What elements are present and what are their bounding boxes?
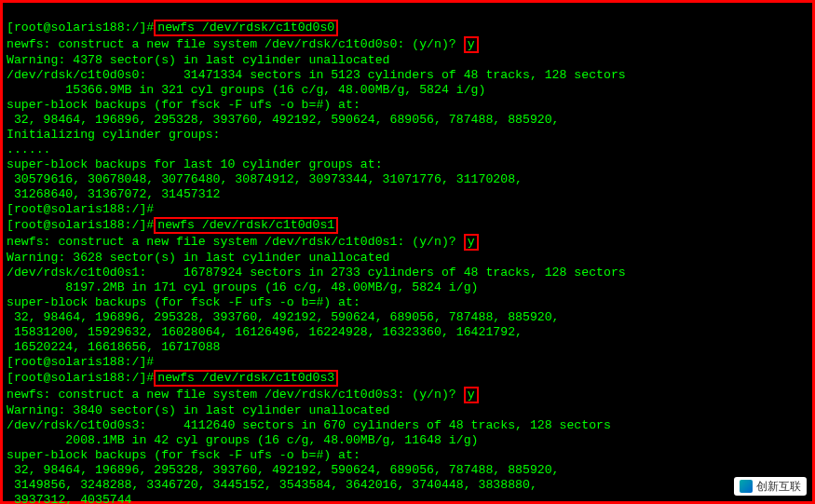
prompt: [root@solaris188:/]# <box>7 355 154 369</box>
command-s1: newfs /dev/rdsk/c1t0d0s1 <box>157 218 334 232</box>
output-line: /dev/rdsk/c1t0d0s0: 31471334 sectors in … <box>7 68 626 82</box>
output-line: Warning: 4378 sector(s) in last cylinder… <box>7 53 390 67</box>
output-line: 16520224, 16618656, 16717088 <box>7 340 221 354</box>
output-line: super-block backups (for fsck -F ufs -o … <box>7 295 360 309</box>
watermark-icon <box>740 480 753 493</box>
answer-text: y <box>468 235 475 249</box>
output-line: Warning: 3628 sector(s) in last cylinder… <box>7 251 390 265</box>
prompt: [root@solaris188:/]# <box>7 371 154 385</box>
confirm-answer-s0: y <box>464 36 479 53</box>
confirm-answer-s1: y <box>464 234 479 251</box>
command-highlight-s1: newfs /dev/rdsk/c1t0d0s1 <box>154 217 338 234</box>
command-s3: newfs /dev/rdsk/c1t0d0s3 <box>157 371 334 385</box>
command-s0: newfs /dev/rdsk/c1t0d0s0 <box>157 20 334 34</box>
answer-text: y <box>468 37 475 51</box>
output-line: 3937312, 4035744 <box>7 493 132 504</box>
output-line: 2008.1MB in 42 cyl groups (16 c/g, 48.00… <box>7 433 478 447</box>
output-line: Warning: 3840 sector(s) in last cylinder… <box>7 403 390 417</box>
prompt: [root@solaris188:/]# <box>7 20 154 34</box>
confirm-q-s0: newfs: construct a new file system /dev/… <box>7 37 464 51</box>
confirm-q-s1: newfs: construct a new file system /dev/… <box>7 235 464 249</box>
output-line: /dev/rdsk/c1t0d0s3: 4112640 sectors in 6… <box>7 418 611 432</box>
output-line: super-block backups for last 10 cylinder… <box>7 157 383 171</box>
output-line: super-block backups (for fsck -F ufs -o … <box>7 448 360 462</box>
terminal-window[interactable]: [root@solaris188:/]#newfs /dev/rdsk/c1t0… <box>0 0 815 504</box>
output-line: 32, 98464, 196896, 295328, 393760, 49219… <box>7 463 560 477</box>
command-highlight-s0: newfs /dev/rdsk/c1t0d0s0 <box>154 20 338 36</box>
command-highlight-s3: newfs /dev/rdsk/c1t0d0s3 <box>154 370 338 387</box>
prompt: [root@solaris188:/]# <box>7 202 154 216</box>
prompt: [root@solaris188:/]# <box>7 218 154 232</box>
confirm-answer-s3: y <box>464 387 479 403</box>
watermark: 创新互联 <box>734 477 807 496</box>
answer-text: y <box>468 388 475 402</box>
watermark-text: 创新互联 <box>756 479 801 494</box>
output-line: ...... <box>7 143 50 157</box>
output-line: 32, 98464, 196896, 295328, 393760, 49219… <box>7 310 560 324</box>
output-line: 15366.9MB in 321 cyl groups (16 c/g, 48.… <box>7 83 485 97</box>
output-line: /dev/rdsk/c1t0d0s1: 16787924 sectors in … <box>7 266 626 279</box>
output-line: 8197.2MB in 171 cyl groups (16 c/g, 48.0… <box>7 280 478 294</box>
output-line: 30579616, 30678048, 30776480, 30874912, … <box>7 172 523 186</box>
output-line: Initializing cylinder groups: <box>7 128 221 142</box>
confirm-q-s3: newfs: construct a new file system /dev/… <box>7 388 464 402</box>
output-line: 31268640, 31367072, 31457312 <box>7 187 221 201</box>
output-line: 15831200, 15929632, 16028064, 16126496, … <box>7 325 523 339</box>
output-line: 3149856, 3248288, 3346720, 3445152, 3543… <box>7 478 537 492</box>
output-line: 32, 98464, 196896, 295328, 393760, 49219… <box>7 113 560 127</box>
output-line: super-block backups (for fsck -F ufs -o … <box>7 98 360 112</box>
